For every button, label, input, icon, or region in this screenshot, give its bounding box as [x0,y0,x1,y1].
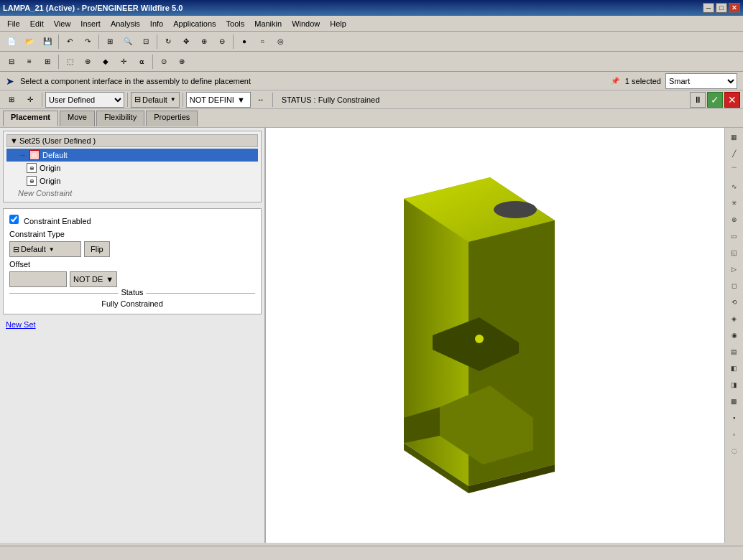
rotate-btn[interactable]: ↻ [160,34,177,50]
menu-tools[interactable]: Tools [222,18,249,29]
new-constraint-node[interactable]: New Constraint [6,187,258,199]
constraint-type-label: Constraint Type [9,230,67,238]
menu-manikin[interactable]: Manikin [250,18,286,29]
rt-btn-9[interactable]: ▷ [726,261,742,277]
rt-btn-12[interactable]: ◈ [726,311,742,327]
menu-edit[interactable]: Edit [26,18,48,29]
right-toolbar: ▦ ╱ ⌒ ∿ ✳ ⊕ ▭ ◱ ▷ ◻ ⟲ ◈ ◉ ▤ ◧ ◨ ▩ ▪ ▫ ◌ [724,128,743,543]
pan-btn[interactable]: ✥ [177,34,195,50]
rt-btn-16[interactable]: ◨ [726,377,742,393]
menu-analysis[interactable]: Analysis [106,18,144,29]
csys-btn[interactable]: ✛ [115,54,132,70]
constraint-icon-inline: ⊟ [13,245,19,254]
model-tree-btn[interactable]: ⊞ [39,54,56,70]
datum-point-btn[interactable]: ◆ [97,54,114,70]
tab-flexibility[interactable]: Flexibility [96,111,144,126]
rt-btn-13[interactable]: ◉ [726,327,742,343]
spin-ctr-btn[interactable]: ⊙ [155,54,172,70]
constraint-type-dropdown[interactable]: ⊟ Default ▼ [9,241,81,257]
annotation-btn[interactable]: ⍺ [133,54,150,70]
new-set-link[interactable]: New Set [0,317,264,332]
rt-btn-8[interactable]: ◱ [726,245,742,261]
tab-properties[interactable]: Properties [146,111,198,126]
menu-help[interactable]: Help [326,18,351,29]
rt-btn-6[interactable]: ⊕ [726,212,742,228]
not-defined-offset-btn[interactable]: NOT DE ▼ [70,271,117,287]
menu-file[interactable]: File [3,18,24,29]
left-panel: ▼ Set25 (User Defined ) → D Default ⊕ Or… [0,128,266,543]
origin-label-2: Origin [40,177,60,185]
rt-btn-10[interactable]: ◻ [726,278,742,294]
zoom-out-btn[interactable]: ⊖ [213,34,231,50]
menu-insert[interactable]: Insert [76,18,105,29]
rt-btn-7[interactable]: ▭ [726,228,742,244]
close-button[interactable]: ✕ [729,3,740,13]
rt-btn-14[interactable]: ▤ [726,344,742,360]
offset-input[interactable] [9,271,67,287]
tab-move[interactable]: Move [60,111,95,126]
redo-btn[interactable]: ↷ [79,34,96,50]
rt-btn-11[interactable]: ⟲ [726,294,742,310]
smart-select-dropdown[interactable]: Smart Geometry Datum Quilt Feature [665,73,737,89]
csys2-btn[interactable]: ✛ [22,92,39,108]
maximize-button[interactable]: □ [716,3,727,13]
rt-btn-5[interactable]: ✳ [726,195,742,211]
cancel-button[interactable]: ✕ [724,92,740,108]
menu-applications[interactable]: Applications [169,18,220,29]
ok-button[interactable]: ✓ [707,92,723,108]
rt-btn-20[interactable]: ◌ [726,443,742,459]
3d-model [346,163,598,508]
repaint-btn[interactable]: ⊞ [101,34,119,50]
origin-icon-2: ⊕ [27,176,37,186]
constraint-set-btn[interactable]: ⊞ [3,92,20,108]
rt-btn-15[interactable]: ◧ [726,360,742,376]
menu-info[interactable]: Info [146,18,167,29]
open-btn[interactable]: 📂 [21,34,38,50]
zoom-btn[interactable]: 🔍 [119,34,137,50]
user-defined-dropdown[interactable]: User Defined Default Fixed [45,92,124,108]
zoom-in-btn[interactable]: ⊕ [195,34,213,50]
flip-button[interactable]: Flip [84,241,110,257]
rt-btn-3[interactable]: ⌒ [726,162,742,178]
fit-btn[interactable]: ⊡ [137,34,154,50]
status-divider: Status [9,293,255,294]
toolbar-2: ⊟ ≡ ⊞ ⬚ ⊕ ◆ ✛ ⍺ ⊙ ⊕ [0,52,743,72]
rt-btn-18[interactable]: ▪ [726,410,742,426]
constraint-enabled-checkbox[interactable] [9,215,19,224]
tab-placement[interactable]: Placement [3,111,58,126]
hidden-btn[interactable]: ◎ [272,34,289,50]
constraint-detail-panel: Constraint Enabled Constraint Type ⊟ Def… [3,208,262,314]
rt-btn-4[interactable]: ∿ [726,179,742,195]
view-mgr-btn[interactable]: ⊟ [3,54,20,70]
default-constraint-dropdown[interactable]: ⊟ Default ▼ [131,92,180,108]
new-btn[interactable]: 📄 [3,34,20,50]
menu-window[interactable]: Window [287,18,324,29]
pause-button[interactable]: ⏸ [690,92,706,108]
origin-label-1: Origin [40,164,60,172]
flip-btn-bar[interactable]: ↔ [252,92,269,108]
not-defined-dropdown[interactable]: NOT DEFINI ▼ [186,92,251,108]
shading-btn[interactable]: ● [236,34,253,50]
minimize-button[interactable]: ─ [703,3,714,13]
wireframe-btn[interactable]: ○ [254,34,271,50]
origin-node-1[interactable]: ⊕ Origin [6,162,258,174]
offset-label: Offset [9,260,67,269]
sep9 [183,93,183,107]
sep1 [58,34,59,49]
menu-view[interactable]: View [50,18,75,29]
rt-btn-1[interactable]: ▦ [726,129,742,145]
3d-dragger-btn[interactable]: ⊕ [173,54,190,70]
viewport[interactable] [266,128,724,543]
datum-plane-btn[interactable]: ⬚ [61,54,78,70]
rt-btn-19[interactable]: ▫ [726,426,742,442]
undo-btn[interactable]: ↶ [61,34,78,50]
default-constraint-node[interactable]: → D Default [6,149,258,162]
rt-btn-17[interactable]: ▩ [726,393,742,409]
layer-btn[interactable]: ≡ [21,54,38,70]
save-btn[interactable]: 💾 [39,34,56,50]
svg-point-7 [475,335,484,343]
svg-point-3 [494,201,537,218]
datum-axis-btn[interactable]: ⊕ [79,54,96,70]
rt-btn-2[interactable]: ╱ [726,146,742,162]
origin-node-2[interactable]: ⊕ Origin [6,174,258,187]
